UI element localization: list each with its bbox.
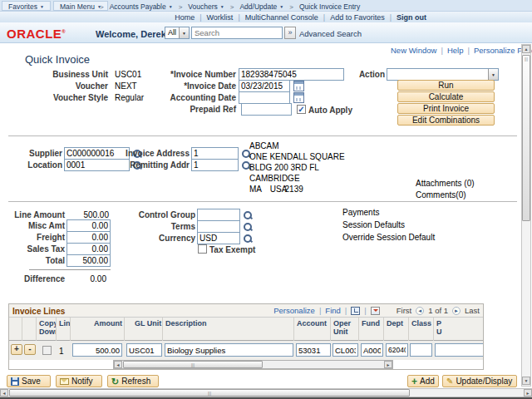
grid-horizontal-scrollbar[interactable]: ◄ ► <box>113 360 393 369</box>
accounting-date-calendar-icon[interactable] <box>293 92 304 103</box>
calculate-button[interactable]: Calculate <box>397 91 495 102</box>
search-input[interactable] <box>191 27 283 39</box>
page-hscrollbar-thumb[interactable] <box>9 389 410 397</box>
grid-title: Invoice Lines <box>12 307 65 316</box>
new-window-link[interactable]: New Window <box>391 46 436 55</box>
remitting-addr-input[interactable] <box>191 159 239 171</box>
row-account-input[interactable] <box>296 343 331 357</box>
print-invoice-button[interactable]: Print Invoice <box>397 103 495 114</box>
terms-label: Terms <box>112 222 195 231</box>
control-group-input[interactable] <box>197 209 240 221</box>
search-scope-select[interactable]: All <box>165 27 190 39</box>
action-select[interactable] <box>387 68 499 81</box>
row-line-number: 1 <box>59 347 64 356</box>
page-vscrollbar-thumb[interactable] <box>522 55 530 221</box>
link-sign-out[interactable]: Sign out <box>397 13 426 22</box>
menu-favorites[interactable]: Favorites <box>2 1 51 11</box>
refresh-button[interactable]: ↻ Refresh <box>107 375 159 387</box>
refresh-icon: ↻ <box>111 377 119 386</box>
currency-input[interactable] <box>197 232 240 244</box>
row-amount-input[interactable] <box>72 343 122 357</box>
page-vertical-scrollbar[interactable]: ▲ ▼ <box>521 44 531 387</box>
pager-first-label[interactable]: First <box>397 306 411 315</box>
control-group-label: Control Group <box>112 210 195 219</box>
invoice-address-input[interactable] <box>191 147 239 160</box>
row-dept-input[interactable] <box>386 343 408 357</box>
invoice-date-calendar-icon[interactable] <box>293 81 304 91</box>
breadcrumb-vouchers[interactable]: Vouchers <box>188 2 224 11</box>
grid-column-headers: Copy Down Line Amount GL Unit Descriptio… <box>9 318 483 341</box>
line-amount-label: Line Amount <box>0 210 65 219</box>
pager-last-label[interactable]: Last <box>465 306 480 315</box>
difference-label: Difference <box>0 274 65 283</box>
sales-tax-input[interactable] <box>66 243 111 255</box>
section-divider <box>8 135 517 136</box>
total-label: Total <box>0 256 65 265</box>
row-description-input[interactable] <box>165 343 293 357</box>
link-add-to-favorites[interactable]: Add to Favorites <box>330 13 385 22</box>
auto-apply-label: Auto Apply <box>308 106 358 115</box>
misc-amt-input[interactable] <box>66 219 111 232</box>
row-pc-unit-input[interactable] <box>435 343 484 357</box>
row-gl-unit-input[interactable] <box>126 343 162 357</box>
total-input[interactable] <box>66 254 111 267</box>
breadcrumb-separator: > <box>289 3 293 11</box>
override-session-default-link[interactable]: Override Session Default <box>342 233 435 242</box>
page-horizontal-scrollbar[interactable]: ◄ ► <box>0 388 532 397</box>
search-go-button[interactable]: » <box>284 27 296 39</box>
currency-lookup-icon[interactable] <box>243 234 253 244</box>
run-button[interactable]: Run <box>397 80 495 91</box>
column-dept: Dept <box>384 318 409 341</box>
link-home[interactable]: Home <box>175 13 195 22</box>
accounting-date-input[interactable] <box>239 91 290 104</box>
auto-apply-checkbox[interactable] <box>297 105 306 114</box>
pager-next-icon[interactable] <box>452 307 461 315</box>
comments-link[interactable]: Comments(0) <box>416 190 466 200</box>
grid-find-link[interactable]: Find <box>325 306 340 315</box>
invoice-date-input[interactable] <box>239 80 290 92</box>
row-class-input[interactable] <box>410 343 432 357</box>
session-defaults-link[interactable]: Session Defaults <box>342 220 405 229</box>
action-dropdown-icon[interactable] <box>488 69 498 80</box>
grid-scrollbar-thumb[interactable] <box>123 361 263 368</box>
breadcrumb-accounts-payable[interactable]: Accounts Payable <box>110 2 173 11</box>
help-link[interactable]: Help <box>447 46 464 55</box>
control-group-lookup-icon[interactable] <box>243 210 253 220</box>
delete-row-button[interactable]: - <box>24 344 36 355</box>
invoice-number-input[interactable] <box>239 68 344 81</box>
add-button[interactable]: + Add <box>407 375 439 387</box>
add-row-button[interactable]: + <box>11 344 22 355</box>
attachments-link[interactable]: Attachments (0) <box>416 179 475 188</box>
payments-link[interactable]: Payments <box>342 208 379 217</box>
notify-button[interactable]: Notify <box>56 375 102 387</box>
tax-exempt-checkbox[interactable] <box>198 244 207 254</box>
misc-amt-label: Misc Amt <box>0 221 65 230</box>
link-multichannel-console[interactable]: MultiChannel Console <box>245 13 318 22</box>
advanced-search-link[interactable]: Advanced Search <box>299 29 362 38</box>
invoice-address-label: Invoice Address <box>100 149 190 158</box>
link-worklist[interactable]: Worklist <box>207 13 234 22</box>
download-grid-icon[interactable] <box>371 307 380 315</box>
invoice-lines-grid: Invoice Lines Personalize | Find | | Fir… <box>8 303 484 370</box>
row-oper-unit-input[interactable] <box>332 343 358 357</box>
grid-personalize-link[interactable]: Personalize <box>273 306 315 315</box>
prepaid-ref-input[interactable] <box>241 103 292 116</box>
copy-down-checkbox[interactable] <box>42 346 52 355</box>
view-all-icon[interactable] <box>351 307 360 315</box>
pager-previous-icon[interactable] <box>416 307 424 315</box>
row-fund-input[interactable] <box>361 343 383 357</box>
tax-exempt-label: Tax Exempt <box>209 245 268 254</box>
update-display-button[interactable]: ✎ Update/Display <box>442 375 517 387</box>
action-label: Action <box>336 70 385 79</box>
column-pc-unit: P U <box>434 318 442 341</box>
terms-lookup-icon[interactable] <box>243 222 253 232</box>
save-button[interactable]: Save <box>7 375 51 387</box>
difference-value: 0.00 <box>66 274 106 283</box>
search-scope-dropdown-icon[interactable] <box>179 27 189 38</box>
breadcrumb-add-update[interactable]: Add/Update <box>239 2 283 11</box>
freight-input[interactable] <box>66 231 111 244</box>
remitting-addr-label: Remitting Addr <box>100 160 190 170</box>
edit-combinations-button[interactable]: Edit Combinations <box>397 115 495 126</box>
column-add-row <box>9 318 22 341</box>
terms-input[interactable] <box>197 220 240 233</box>
